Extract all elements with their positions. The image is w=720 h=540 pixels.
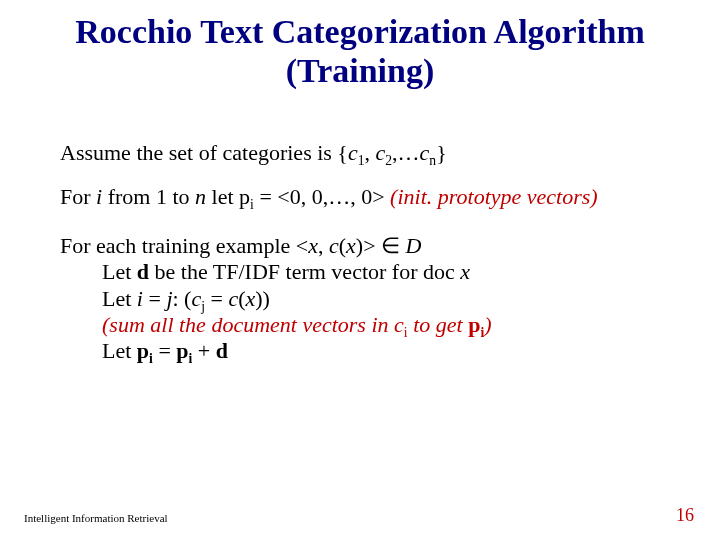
c2: c2 bbox=[376, 140, 393, 165]
colon: : ( bbox=[173, 286, 192, 311]
let: Let bbox=[102, 286, 137, 311]
c-var: c bbox=[394, 312, 404, 337]
eq: = bbox=[153, 338, 176, 363]
text: For each training example < bbox=[60, 233, 308, 258]
close: )) bbox=[255, 286, 270, 311]
slide-number: 16 bbox=[676, 505, 694, 526]
plus: + bbox=[192, 338, 215, 363]
x-var: x bbox=[246, 286, 256, 311]
sep: , bbox=[318, 233, 329, 258]
line-let-i: Let i = j: (cj = c(x)) bbox=[102, 286, 670, 312]
line-foreach: For each training example <x, c(x)> ∈ D bbox=[60, 233, 670, 259]
eq: = bbox=[143, 286, 166, 311]
footer-text: Intelligent Information Retrieval bbox=[24, 512, 168, 524]
line-let-d: Let d be the TF/IDF term vector for doc … bbox=[102, 259, 670, 285]
p-var: p bbox=[176, 338, 188, 363]
zeros: = <0, 0,…, 0> bbox=[254, 184, 390, 209]
p-var: p bbox=[468, 312, 480, 337]
text: (sum all the document vectors in bbox=[102, 312, 394, 337]
c1: c1 bbox=[348, 140, 365, 165]
let: let bbox=[206, 184, 239, 209]
slide-body: Assume the set of categories is {c1, c2,… bbox=[60, 140, 670, 365]
title-line-2: (Training) bbox=[286, 52, 435, 89]
angle: > bbox=[363, 233, 381, 258]
x-var: x bbox=[308, 233, 318, 258]
d-var: d bbox=[216, 338, 228, 363]
text: from 1 to bbox=[102, 184, 195, 209]
line-sum-note: (sum all the document vectors in ci to g… bbox=[102, 312, 670, 338]
close: ) bbox=[484, 312, 491, 337]
slide: Rocchio Text Categorization Algorithm (T… bbox=[0, 0, 720, 540]
c-var: c bbox=[348, 140, 358, 165]
in-symbol: ∈ bbox=[381, 233, 400, 258]
sub-1: 1 bbox=[358, 153, 365, 168]
let: Let bbox=[102, 259, 137, 284]
p-var: p bbox=[239, 184, 250, 209]
c-var: c bbox=[420, 140, 430, 165]
close: } bbox=[436, 140, 447, 165]
x-var: x bbox=[346, 233, 356, 258]
let: Let bbox=[102, 338, 137, 363]
cj: cj bbox=[191, 286, 205, 311]
x-var: x bbox=[460, 259, 470, 284]
c-var: c bbox=[376, 140, 386, 165]
title-line-1: Rocchio Text Categorization Algorithm bbox=[75, 13, 644, 50]
c-var: c bbox=[191, 286, 201, 311]
init-note: (init. prototype vectors) bbox=[390, 184, 598, 209]
for: For bbox=[60, 184, 96, 209]
cn: cn bbox=[420, 140, 437, 165]
pi-rhs: pi bbox=[176, 338, 192, 363]
text: to get bbox=[408, 312, 469, 337]
line-assume: Assume the set of categories is {c1, c2,… bbox=[60, 140, 670, 166]
open: ( bbox=[339, 233, 346, 258]
c-func: c bbox=[329, 233, 339, 258]
text: be the TF/IDF term vector for doc bbox=[149, 259, 460, 284]
line-update: Let pi = pi + d bbox=[102, 338, 670, 364]
c-func: c bbox=[228, 286, 238, 311]
sep: , bbox=[365, 140, 376, 165]
ci: ci bbox=[394, 312, 408, 337]
p-var: p bbox=[137, 338, 149, 363]
n-var: n bbox=[195, 184, 206, 209]
open: ( bbox=[238, 286, 245, 311]
pi: pi bbox=[239, 184, 254, 209]
slide-title: Rocchio Text Categorization Algorithm (T… bbox=[0, 12, 720, 90]
pi-lhs: pi bbox=[137, 338, 153, 363]
d-var: d bbox=[137, 259, 149, 284]
d-set: D bbox=[400, 233, 421, 258]
sep: ,… bbox=[392, 140, 420, 165]
text: Assume the set of categories is { bbox=[60, 140, 348, 165]
pi: pi bbox=[468, 312, 484, 337]
eq: = bbox=[205, 286, 228, 311]
block-foreach: For each training example <x, c(x)> ∈ D … bbox=[60, 233, 670, 365]
line-for-init: For i from 1 to n let pi = <0, 0,…, 0> (… bbox=[60, 184, 670, 210]
